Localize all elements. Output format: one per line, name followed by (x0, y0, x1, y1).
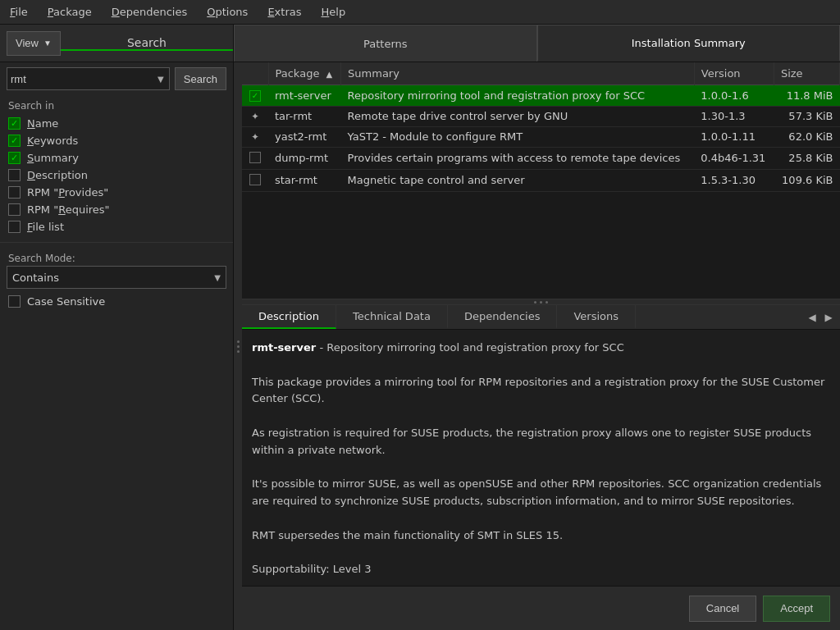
resize-handle-horizontal[interactable] (242, 299, 840, 305)
view-button[interactable]: View ▼ (7, 31, 61, 56)
package-table-area: Package ▲ Summary Version Size ✓rmt-serv… (242, 62, 840, 299)
tab-installation-summary[interactable]: Installation Summary (537, 25, 841, 62)
pkg-version-cell: 1.0.0-1.11 (694, 126, 774, 147)
search-tab-label: Search (127, 36, 167, 49)
col-icon (242, 62, 268, 85)
cb-name[interactable] (8, 117, 21, 130)
detail-intro: - Repository mirroring tool and registra… (316, 341, 623, 354)
right-panel: Package ▲ Summary Version Size ✓rmt-serv… (242, 62, 840, 630)
tab-search[interactable]: Search (61, 36, 233, 51)
checkbox-provides: RPM "Provides" (0, 184, 233, 201)
cb-requires[interactable] (8, 203, 21, 216)
table-row[interactable]: dump-rmtProvides certain programs with a… (242, 147, 840, 169)
search-mode-value: Contains (12, 272, 214, 284)
table-row[interactable]: star-rmtMagnetic tape control and server… (242, 169, 840, 191)
pkg-summary-cell: Remote tape drive control server by GNU (341, 106, 695, 126)
left-panel: ▼ Search Search in Name Keywords Summary… (0, 62, 234, 630)
tab-technical-data[interactable]: Technical Data (336, 305, 448, 329)
cb-keywords[interactable] (8, 135, 21, 147)
case-sensitive-label: Case Sensitive (27, 295, 105, 308)
cb-description[interactable] (8, 169, 21, 181)
col-size[interactable]: Size (774, 62, 839, 85)
pkg-name-cell: dump-rmt (268, 147, 341, 169)
pkg-icon-cell (242, 169, 268, 191)
pkg-summary-cell: Magnetic tape control and server (341, 169, 695, 191)
table-row[interactable]: ✓rmt-serverRepository mirroring tool and… (242, 85, 840, 107)
cb-summary[interactable] (8, 152, 21, 164)
detail-tab-nav: ◀ ▶ (801, 305, 840, 329)
divider (0, 242, 233, 243)
pkg-size-cell: 57.3 KiB (774, 106, 839, 126)
cb-filelist[interactable] (8, 221, 21, 233)
col-package[interactable]: Package ▲ (268, 62, 341, 85)
detail-para-1: This package provides a mirroring tool f… (252, 374, 830, 409)
search-mode-arrow: ▼ (214, 273, 221, 282)
menu-extras[interactable]: Extras (264, 4, 304, 20)
star-icon: ✦ (251, 111, 259, 122)
pkg-size-cell: 109.6 KiB (774, 169, 839, 191)
menu-file[interactable]: File (7, 4, 31, 20)
tab-description[interactable]: Description (242, 305, 336, 329)
view-arrow: ▼ (43, 39, 52, 48)
package-table: Package ▲ Summary Version Size ✓rmt-serv… (242, 62, 840, 192)
menu-package[interactable]: Package (44, 4, 95, 20)
unchecked-icon (249, 174, 261, 185)
col-version[interactable]: Version (694, 62, 774, 85)
col-summary[interactable]: Summary (341, 62, 695, 85)
pkg-name-cell: rmt-server (268, 85, 341, 107)
pkg-icon-cell: ✓ (242, 85, 268, 107)
pkg-icon-cell: ✦ (242, 126, 268, 147)
checked-icon: ✓ (249, 90, 261, 102)
pkg-name-cell: tar-rmt (268, 106, 341, 126)
menu-help[interactable]: Help (317, 4, 349, 20)
pkg-version-cell: 1.30-1.3 (694, 106, 774, 126)
cb-provides[interactable] (8, 186, 21, 199)
left-panel-header: View ▼ Search (0, 25, 234, 62)
tab-nav-prev[interactable]: ◀ (804, 308, 820, 327)
detail-para-5: Supportability: Level 3 (252, 561, 830, 578)
search-in-label: Search in (0, 95, 233, 115)
tab-patterns[interactable]: Patterns (234, 25, 537, 62)
tab-nav-next[interactable]: ▶ (820, 308, 837, 327)
resize-handle-vertical[interactable] (234, 62, 242, 630)
pkg-name-cell: yast2-rmt (268, 126, 341, 147)
pkg-summary-cell: Repository mirroring tool and registrati… (341, 85, 695, 107)
menu-options[interactable]: Options (203, 4, 251, 20)
pkg-summary-cell: YaST2 - Module to configure RMT (341, 126, 695, 147)
menubar: File Package Dependencies Options Extras… (0, 0, 840, 25)
main-content: ▼ Search Search in Name Keywords Summary… (0, 62, 840, 630)
search-dropdown-arrow[interactable]: ▼ (156, 75, 166, 84)
pkg-icon-cell: ✦ (242, 106, 268, 126)
search-input[interactable] (11, 73, 156, 85)
search-input-wrap: ▼ (7, 67, 170, 90)
pkg-size-cell: 11.8 MiB (774, 85, 839, 107)
detail-pkg-title: rmt-server - Repository mirroring tool a… (252, 340, 830, 357)
pkg-version-cell: 1.5.3-1.30 (694, 169, 774, 191)
pkg-icon-cell (242, 147, 268, 169)
cb-case-sensitive[interactable] (8, 295, 21, 308)
unchecked-icon (249, 152, 261, 163)
checkbox-keywords: Keywords (0, 132, 233, 149)
accept-button[interactable]: Accept (763, 596, 830, 622)
menu-dependencies[interactable]: Dependencies (108, 4, 191, 20)
star-icon: ✦ (251, 131, 259, 143)
search-button[interactable]: Search (175, 67, 226, 90)
tab-versions[interactable]: Versions (557, 305, 636, 329)
detail-tabs: Description Technical Data Dependencies … (242, 305, 840, 330)
cancel-button[interactable]: Cancel (689, 596, 756, 622)
table-row[interactable]: ✦tar-rmtRemote tape drive control server… (242, 106, 840, 126)
pkg-size-cell: 25.8 KiB (774, 147, 839, 169)
checkbox-summary: Summary (0, 149, 233, 167)
search-mode-select[interactable]: Contains ▼ (7, 266, 226, 289)
resize-dots (237, 340, 240, 353)
search-mode-label: Search Mode: (0, 249, 233, 266)
detail-content: rmt-server - Repository mirroring tool a… (242, 330, 840, 586)
pkg-size-cell: 62.0 KiB (774, 126, 839, 147)
checkbox-filelist: File list (0, 218, 233, 235)
tab-dependencies[interactable]: Dependencies (448, 305, 558, 329)
detail-para-4: RMT supersedes the main functionality of… (252, 527, 830, 545)
search-row: ▼ Search (0, 62, 233, 95)
pkg-name-cell: star-rmt (268, 169, 341, 191)
pkg-summary-cell: Provides certain programs with access to… (341, 147, 695, 169)
table-row[interactable]: ✦yast2-rmtYaST2 - Module to configure RM… (242, 126, 840, 147)
